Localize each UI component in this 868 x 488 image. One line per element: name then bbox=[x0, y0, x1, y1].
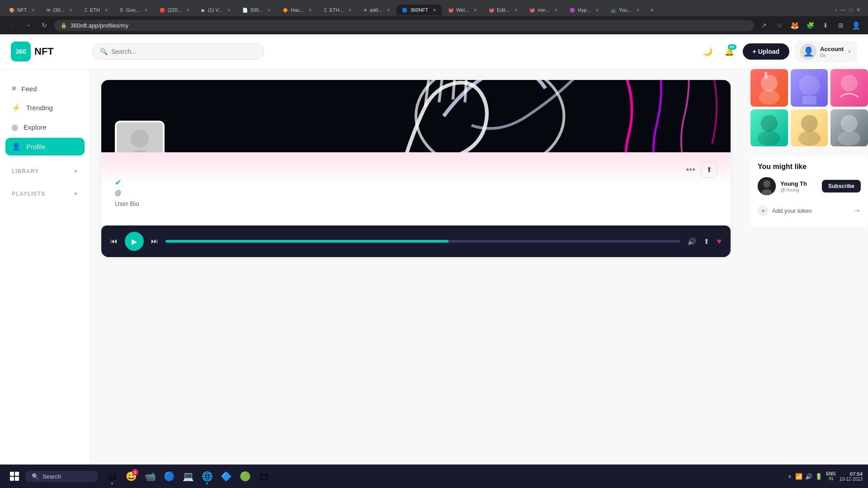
taskbar-app-chrome[interactable]: 🟢 bbox=[236, 467, 254, 485]
taskbar-app-emoji[interactable]: 😀 1 bbox=[122, 467, 140, 485]
account-section[interactable]: 👤 Account 0x ▼ bbox=[795, 41, 857, 62]
taskbar-search[interactable]: 🔍 Search bbox=[25, 471, 98, 482]
taskbar-search-label: Search bbox=[42, 473, 61, 480]
fox-icon[interactable]: 🦊 bbox=[788, 19, 801, 32]
close-button[interactable]: ✕ bbox=[856, 7, 861, 13]
sidebar-item-explore[interactable]: ◎ Explore bbox=[5, 118, 85, 136]
play-pause-button[interactable]: ▶ bbox=[125, 232, 144, 251]
svg-rect-6 bbox=[764, 71, 767, 79]
taskbar-app-extra1[interactable]: 🔷 bbox=[217, 467, 235, 485]
profile-banner bbox=[101, 80, 731, 152]
nft-item-4[interactable] bbox=[750, 109, 788, 147]
search-bar[interactable]: 🔍 bbox=[92, 43, 264, 60]
tab-telegram[interactable]: ✈add...✕ bbox=[358, 5, 396, 15]
tab-github1[interactable]: 🐙Wel...✕ bbox=[443, 5, 482, 15]
app: 360 NFT 🔍 🌙 🔔 9+ + Upload 👤 Account 0x bbox=[0, 34, 868, 488]
battery-icon[interactable]: 🔋 bbox=[815, 473, 822, 480]
library-arrow-icon: ▼ bbox=[73, 169, 78, 174]
tab-500[interactable]: 📄500...✕ bbox=[237, 5, 277, 15]
fast-forward-button[interactable]: ⏭ bbox=[151, 237, 158, 245]
new-tab-button[interactable]: + bbox=[646, 4, 659, 16]
nft-item-3[interactable] bbox=[830, 69, 868, 107]
tab-eth2[interactable]: ΞETH...✕ bbox=[318, 5, 357, 15]
explore-icon: ◎ bbox=[12, 123, 18, 131]
tab-github2[interactable]: 🐙Edit...✕ bbox=[483, 5, 523, 15]
maximize-button[interactable]: □ bbox=[849, 7, 853, 13]
sidebar-label-feed: Feed bbox=[21, 85, 37, 93]
subscribe-button[interactable]: Subscribe bbox=[822, 180, 861, 192]
tab-360nft[interactable]: 🔵360NFT✕ bbox=[396, 5, 442, 15]
taskbar-app-teams[interactable]: 📹 bbox=[141, 467, 159, 485]
tab-google[interactable]: GGoo...✕ bbox=[114, 5, 153, 15]
tab-mail[interactable]: ✉(30...✕ bbox=[41, 5, 78, 15]
tab-video[interactable]: ▶(1) V...✕ bbox=[196, 5, 236, 15]
sidebar-item-trending[interactable]: ⚡ Trending bbox=[5, 99, 85, 117]
taskbar-app-vscode[interactable]: 💻 bbox=[179, 467, 197, 485]
sidebar-toggle[interactable]: ⊞ bbox=[835, 19, 847, 32]
notifications-button[interactable]: 🔔 9+ bbox=[721, 43, 737, 60]
nft-item-1[interactable] bbox=[750, 69, 788, 107]
tab-hyp[interactable]: 🟣Hyp...✕ bbox=[564, 5, 604, 15]
taskbar-app-browser[interactable]: 🌐 bbox=[198, 467, 216, 485]
volume-icon[interactable]: 🔊 bbox=[805, 473, 812, 480]
tab-nft[interactable]: 🎨NFT✕ bbox=[4, 5, 40, 15]
share-page-button[interactable]: ↗ bbox=[758, 19, 770, 32]
share-icon: ⬆ bbox=[706, 165, 712, 174]
share-track-button[interactable]: ⬆ bbox=[703, 237, 709, 246]
add-token-label: Add your token bbox=[772, 207, 850, 214]
library-section: LIBRARY ▼ bbox=[5, 164, 85, 178]
logo-icon: 360 bbox=[11, 42, 31, 61]
profile-account-button[interactable]: 👤 bbox=[850, 19, 863, 32]
playlists-header[interactable]: PLAYLISTS ▼ bbox=[5, 187, 85, 201]
volume-button[interactable]: 🔊 bbox=[687, 237, 696, 246]
playlists-title: PLAYLISTS bbox=[12, 191, 45, 197]
dark-mode-button[interactable]: 🌙 bbox=[699, 43, 716, 60]
tray-overflow[interactable]: ∧ bbox=[788, 474, 792, 479]
sidebar-item-feed[interactable]: ≡ Feed bbox=[5, 80, 85, 97]
tab-notif[interactable]: 🔴(220...✕ bbox=[154, 5, 195, 15]
tab-scroll-left[interactable]: ‹ bbox=[835, 7, 837, 13]
system-clock[interactable]: 07:54 10-12-2023 bbox=[840, 471, 863, 482]
start-button[interactable] bbox=[5, 467, 24, 485]
share-button[interactable]: ⬆ bbox=[701, 161, 717, 178]
right-panel: You might like Young Th @Young Subscribe bbox=[741, 69, 868, 488]
tab-eth[interactable]: ΞETH✕ bbox=[79, 5, 113, 15]
taskbar-apps: 🗂 😀 1 📹 🔵 💻 🌐 🔷 🟢 🗃 bbox=[103, 467, 273, 485]
language-indicator[interactable]: ENG IN bbox=[826, 471, 836, 481]
tray-expand-icon: ∧ bbox=[788, 474, 792, 479]
tab-youtube[interactable]: 📺You...✕ bbox=[605, 5, 645, 15]
tab-github3[interactable]: 🐙min...✕ bbox=[524, 5, 563, 15]
taskbar-app-360[interactable]: 🔵 bbox=[160, 467, 178, 485]
upload-button[interactable]: + Upload bbox=[743, 43, 790, 60]
library-header[interactable]: LIBRARY ▼ bbox=[5, 164, 85, 178]
more-options-button[interactable]: ••• bbox=[686, 164, 695, 175]
refresh-button[interactable]: ↻ bbox=[38, 19, 51, 32]
address-bar[interactable]: 🔒 360nft.app/profiles/my bbox=[54, 20, 754, 31]
taskbar-app-files[interactable]: 🗃 bbox=[255, 467, 273, 485]
playlists-section: PLAYLISTS ▼ bbox=[5, 187, 85, 201]
taskbar-app-file-explorer[interactable]: 🗂 bbox=[103, 467, 121, 485]
nft-item-5[interactable] bbox=[791, 109, 828, 147]
app-header: 360 NFT 🔍 🌙 🔔 9+ + Upload 👤 Account 0x bbox=[0, 34, 868, 69]
tab-hack[interactable]: 🔶Hac...✕ bbox=[277, 5, 317, 15]
progress-bar[interactable] bbox=[165, 240, 680, 243]
add-token-item[interactable]: + Add your token → bbox=[758, 202, 861, 220]
puzzle-icon[interactable]: 🧩 bbox=[804, 19, 816, 32]
language-line1: ENG bbox=[826, 471, 836, 476]
nft-item-6[interactable] bbox=[830, 109, 868, 147]
sidebar-item-profile[interactable]: 👤 Profile bbox=[5, 138, 85, 155]
minimize-button[interactable]: — bbox=[840, 7, 846, 13]
rewind-button[interactable]: ⏮ bbox=[110, 237, 118, 245]
download-button[interactable]: ⬇ bbox=[819, 19, 832, 32]
bookmark-button[interactable]: ☆ bbox=[773, 19, 786, 32]
like-button[interactable]: ♥ bbox=[717, 237, 722, 246]
trending-icon: ⚡ bbox=[12, 103, 21, 112]
search-input[interactable] bbox=[111, 48, 256, 55]
svg-point-4 bbox=[761, 75, 778, 91]
notification-badge: 9+ bbox=[728, 44, 736, 50]
forward-button[interactable]: → bbox=[22, 19, 34, 32]
logo-text: NFT bbox=[34, 46, 54, 57]
nft-item-2[interactable] bbox=[791, 69, 828, 107]
network-icon[interactable]: 📶 bbox=[795, 473, 802, 480]
back-button[interactable]: ← bbox=[5, 19, 18, 32]
